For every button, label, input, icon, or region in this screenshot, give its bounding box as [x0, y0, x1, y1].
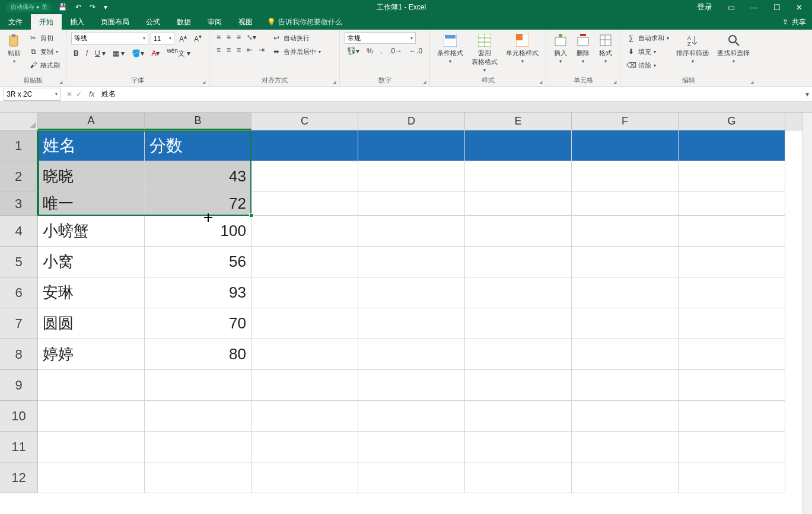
col-header-c[interactable]: C — [251, 113, 358, 130]
redo-icon[interactable]: ↷ — [87, 3, 98, 11]
cell[interactable] — [572, 308, 679, 339]
cell[interactable]: 晓晓 — [38, 161, 145, 192]
cell[interactable] — [679, 339, 785, 370]
vertical-scrollbar[interactable] — [803, 113, 812, 514]
cell[interactable] — [251, 247, 358, 277]
font-size-combo[interactable]: 11▾ — [151, 33, 174, 44]
ribbon-display-icon[interactable]: ▭ — [724, 2, 738, 13]
cell[interactable]: 小螃蟹 — [38, 216, 145, 247]
cell[interactable]: 56 — [145, 247, 251, 277]
cell[interactable] — [358, 370, 465, 401]
cell[interactable] — [358, 339, 465, 370]
autosave-toggle[interactable]: 自动保存 ● 关 — [6, 2, 52, 12]
cell[interactable] — [679, 401, 785, 432]
font-color-button[interactable]: A▾ — [149, 48, 162, 59]
row-header[interactable]: 3 — [0, 192, 38, 216]
tab-home[interactable]: 开始 — [31, 14, 62, 30]
row-header[interactable]: 10 — [0, 401, 38, 432]
cell[interactable]: 圆圆 — [38, 308, 145, 339]
wrap-text-button[interactable]: ↩自动换行 — [270, 32, 322, 44]
cell[interactable]: 93 — [145, 277, 251, 308]
cell[interactable] — [358, 277, 465, 308]
autosum-button[interactable]: ∑自动求和 ▾ — [625, 32, 670, 44]
cell[interactable] — [465, 401, 572, 432]
comma-icon[interactable]: , — [378, 46, 384, 56]
cell[interactable] — [679, 462, 785, 493]
increase-indent-icon[interactable]: ⇥ — [256, 44, 267, 55]
cell[interactable] — [572, 247, 679, 277]
decrease-decimal-icon[interactable]: ←.0 — [407, 46, 425, 56]
col-header-g[interactable]: G — [679, 113, 785, 130]
decrease-indent-icon[interactable]: ⇤ — [244, 44, 255, 55]
fx-icon[interactable]: fx — [85, 90, 98, 98]
align-center-icon[interactable]: ≡ — [224, 44, 233, 55]
cell[interactable]: 80 — [145, 339, 251, 370]
align-bottom-icon[interactable]: ≡ — [234, 32, 243, 43]
cell[interactable] — [358, 130, 465, 161]
cell[interactable] — [465, 462, 572, 493]
col-header-a[interactable]: A — [38, 113, 145, 130]
cell[interactable] — [358, 247, 465, 277]
cell[interactable] — [572, 432, 679, 462]
sort-filter-button[interactable]: AZ排序和筛选▾ — [674, 32, 711, 65]
cell[interactable] — [679, 277, 785, 308]
cell[interactable] — [145, 462, 251, 493]
clear-button[interactable]: ⌫清除 ▾ — [625, 59, 670, 71]
cell[interactable] — [251, 462, 358, 493]
tab-formulas[interactable]: 公式 — [138, 14, 168, 30]
col-header-b[interactable]: B — [145, 113, 251, 130]
cell[interactable]: 安琳 — [38, 277, 145, 308]
col-header-d[interactable]: D — [358, 113, 465, 130]
cell[interactable] — [465, 247, 572, 277]
font-name-combo[interactable]: 等线▾ — [71, 33, 148, 44]
cancel-formula-icon[interactable]: ✕ — [66, 90, 72, 98]
cell[interactable] — [679, 308, 785, 339]
fill-color-button[interactable]: 🪣▾ — [129, 48, 147, 59]
cell[interactable] — [465, 216, 572, 247]
cell[interactable] — [145, 432, 251, 462]
merge-center-button[interactable]: ⬌合并后居中 ▾ — [270, 46, 322, 58]
cell[interactable] — [679, 161, 785, 192]
fill-button[interactable]: ⬇填充 ▾ — [625, 46, 670, 58]
tab-layout[interactable]: 页面布局 — [93, 14, 138, 30]
row-header[interactable]: 5 — [0, 247, 38, 277]
row-header[interactable]: 7 — [0, 308, 38, 339]
increase-font-icon[interactable]: A▴ — [177, 32, 189, 44]
cell[interactable] — [572, 370, 679, 401]
cell[interactable] — [572, 192, 679, 216]
cell[interactable] — [679, 216, 785, 247]
cell[interactable] — [251, 432, 358, 462]
cell[interactable] — [251, 216, 358, 247]
cell[interactable] — [358, 308, 465, 339]
delete-cells-button[interactable]: 删除▾ — [574, 32, 593, 65]
increase-decimal-icon[interactable]: .0→ — [387, 46, 405, 56]
tab-data[interactable]: 数据 — [168, 14, 199, 30]
cell[interactable] — [358, 462, 465, 493]
cell[interactable] — [358, 216, 465, 247]
cell[interactable] — [251, 401, 358, 432]
maximize-icon[interactable]: ☐ — [770, 2, 784, 13]
italic-button[interactable]: I — [84, 48, 90, 59]
cell[interactable]: 姓名 — [38, 130, 145, 161]
cell[interactable] — [465, 370, 572, 401]
tab-review[interactable]: 审阅 — [199, 14, 230, 30]
cell[interactable] — [572, 161, 679, 192]
share-icon[interactable]: ⇪ — [782, 18, 788, 26]
minimize-icon[interactable]: — — [747, 2, 762, 13]
underline-button[interactable]: U ▾ — [93, 48, 108, 59]
cell[interactable] — [145, 370, 251, 401]
row-header[interactable]: 4 — [0, 216, 38, 247]
cell[interactable] — [679, 432, 785, 462]
align-right-icon[interactable]: ≡ — [234, 44, 243, 55]
align-middle-icon[interactable]: ≡ — [224, 32, 233, 43]
cell[interactable] — [358, 161, 465, 192]
cell[interactable] — [251, 370, 358, 401]
cell[interactable] — [465, 308, 572, 339]
close-icon[interactable]: ✕ — [792, 2, 806, 13]
cell[interactable] — [358, 192, 465, 216]
find-select-button[interactable]: 查找和选择▾ — [715, 32, 752, 65]
cell[interactable] — [251, 161, 358, 192]
conditional-format-button[interactable]: 条件格式▾ — [435, 32, 466, 65]
cell[interactable] — [572, 277, 679, 308]
qat-customize-icon[interactable]: ▾ — [101, 3, 110, 11]
